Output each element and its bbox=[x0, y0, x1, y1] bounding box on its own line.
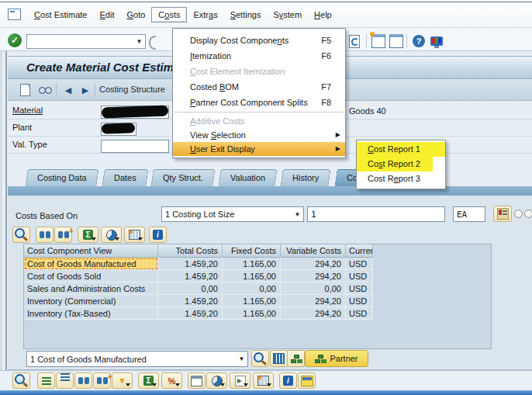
toolbar-separator bbox=[56, 83, 57, 96]
print-button[interactable] bbox=[188, 372, 206, 389]
menu-extras[interactable]: Extras bbox=[187, 8, 223, 22]
unit-field[interactable]: EA bbox=[453, 206, 485, 222]
print-preview-button[interactable] bbox=[206, 372, 227, 389]
menu-goto[interactable]: Goto bbox=[120, 8, 151, 22]
menu-item-view-selection[interactable]: View Selection ▶ bbox=[173, 128, 345, 142]
menu-settings[interactable]: Settings bbox=[224, 8, 268, 22]
hierarchy-icon bbox=[291, 355, 302, 363]
detail-button[interactable] bbox=[12, 227, 30, 243]
menu-edit[interactable]: Edit bbox=[93, 8, 120, 22]
menu-costs[interactable]: Costs bbox=[151, 7, 187, 23]
submenu-item-cost-report-1[interactable]: Cost Report 1 bbox=[357, 142, 445, 157]
percent-icon: % bbox=[168, 376, 176, 386]
menu-item-itemization[interactable]: Itemization F6 bbox=[173, 48, 345, 64]
export-button[interactable] bbox=[230, 372, 250, 389]
submenu-item-cost-report-3[interactable]: Cost Report 3 bbox=[357, 172, 445, 186]
new-session-icon[interactable] bbox=[346, 33, 363, 49]
submenu-arrow-icon: ▶ bbox=[336, 142, 340, 156]
help-icon[interactable]: ? bbox=[410, 33, 427, 49]
tab-costing-data[interactable]: Costing Data bbox=[25, 169, 98, 186]
display-detail-button[interactable] bbox=[251, 350, 269, 367]
chevron-down-icon[interactable]: ▼ bbox=[236, 355, 247, 362]
table-row[interactable]: Cost of Goods Manufactured 1.459,20 1.16… bbox=[24, 258, 491, 270]
partner-button[interactable]: Partner bbox=[305, 350, 368, 367]
table-row[interactable]: Cost of Goods Sold 1.459,20 1.165,00 294… bbox=[24, 270, 491, 282]
enter-check-icon[interactable]: ✓ bbox=[8, 33, 22, 47]
create-icon[interactable] bbox=[17, 83, 33, 97]
costs-menu-dropdown: Display Cost Components F5 Itemization F… bbox=[172, 28, 346, 158]
tab-valuation[interactable]: Valuation bbox=[219, 169, 278, 186]
find-next-button[interactable] bbox=[93, 372, 111, 389]
lot-size-qty-field[interactable]: 1 bbox=[307, 206, 445, 222]
create-session-icon[interactable] bbox=[370, 33, 387, 49]
details-button[interactable] bbox=[12, 372, 30, 389]
costing-structure-icon-button[interactable] bbox=[493, 206, 512, 222]
menu-help[interactable]: Help bbox=[308, 8, 338, 22]
submenu-arrow-icon: ▶ bbox=[336, 128, 340, 142]
column-header[interactable]: Currency bbox=[346, 244, 373, 258]
table-row[interactable]: Inventory (Commercial) 1.459,20 1.165,00… bbox=[24, 295, 491, 307]
column-header[interactable]: Total Costs bbox=[158, 244, 223, 258]
val-type-field[interactable] bbox=[101, 140, 169, 153]
submenu-item-cost-report-2[interactable]: Cost Report 2 bbox=[357, 157, 445, 172]
find-button[interactable] bbox=[74, 372, 92, 389]
info-button[interactable]: i bbox=[149, 227, 167, 243]
table-row[interactable]: Inventory (Tax-Based) 1.459,20 1.165,00 … bbox=[24, 307, 491, 320]
chevron-down-icon[interactable]: ▼ bbox=[133, 35, 145, 48]
money-icon bbox=[301, 376, 313, 386]
column-header[interactable]: Cost Component View bbox=[24, 244, 158, 258]
menu-item-partner-cost-component-splits[interactable]: Partner Cost Component Splits F8 bbox=[173, 95, 345, 110]
layout-button[interactable] bbox=[124, 227, 145, 243]
tab-qty-struct[interactable]: Qty Struct. bbox=[151, 169, 216, 186]
hierarchy-button[interactable] bbox=[287, 350, 305, 367]
magnifier-icon bbox=[254, 352, 264, 362]
sort-asc-icon bbox=[42, 377, 51, 379]
user-exit-display-submenu: Cost Report 1 Cost Report 2 Cost Report … bbox=[356, 140, 446, 189]
sort-descending-button[interactable] bbox=[56, 372, 74, 389]
menu-cost-estimate[interactable]: Cost Estimate bbox=[28, 8, 93, 22]
filter-button[interactable]: ▼ bbox=[112, 372, 133, 389]
find-button[interactable] bbox=[36, 227, 54, 243]
sum-button[interactable]: Σ bbox=[78, 227, 98, 243]
columns-icon bbox=[273, 353, 285, 364]
magnifier-icon bbox=[15, 374, 25, 384]
pie-chart-icon bbox=[212, 376, 223, 386]
previous-icon[interactable]: ◀ bbox=[60, 83, 76, 97]
val-type-label: Val. Type bbox=[12, 140, 47, 149]
printer-icon bbox=[191, 376, 202, 386]
plant-label: Plant bbox=[12, 123, 32, 132]
subtotal-button[interactable]: % bbox=[161, 372, 182, 389]
sigma-icon: Σ bbox=[83, 230, 93, 240]
costing-lot-size-combo[interactable]: 1 Costing Lot Size ▼ bbox=[161, 206, 304, 222]
find-next-button[interactable] bbox=[54, 227, 72, 243]
tab-strip: Costing Data Dates Qty Struct. Valuation… bbox=[8, 168, 532, 186]
costing-structure-toggle[interactable]: Costing Structure bbox=[99, 85, 165, 94]
shortcut-icon[interactable] bbox=[388, 33, 405, 49]
column-header[interactable]: Fixed Costs bbox=[223, 244, 281, 258]
choose-layout-button[interactable] bbox=[253, 372, 274, 389]
cost-component-table: Cost Component View Total Costs Fixed Co… bbox=[23, 244, 492, 349]
menu-bar: Cost Estimate Edit Goto Costs Extras Set… bbox=[0, 2, 532, 28]
currency-button[interactable] bbox=[298, 372, 316, 389]
command-field[interactable]: ▼ bbox=[26, 34, 146, 49]
info-button[interactable]: i bbox=[279, 372, 297, 389]
cost-view-selector[interactable]: 1 Cost of Goods Manufactured ▼ bbox=[26, 351, 248, 367]
sum-button[interactable]: Σ bbox=[138, 372, 159, 389]
itemization-button[interactable] bbox=[270, 350, 288, 367]
chevron-down-icon[interactable]: ▼ bbox=[292, 211, 303, 218]
layout-customize-icon[interactable] bbox=[428, 33, 445, 49]
sort-ascending-button[interactable] bbox=[37, 372, 55, 389]
tab-dates[interactable]: Dates bbox=[102, 169, 148, 186]
menu-item-user-exit-display[interactable]: User Exit Display ▶ bbox=[173, 142, 345, 156]
menu-item-costed-bom[interactable]: Costed BOM F7 bbox=[173, 79, 345, 95]
tab-history[interactable]: History bbox=[281, 169, 331, 186]
next-icon[interactable]: ▶ bbox=[78, 83, 93, 97]
column-header[interactable]: Variable Costs bbox=[281, 244, 346, 258]
menu-item-display-cost-components[interactable]: Display Cost Components F5 bbox=[173, 33, 345, 48]
display-glasses-icon[interactable] bbox=[37, 83, 53, 97]
menu-system[interactable]: System bbox=[267, 8, 308, 22]
sap-screen-icon[interactable] bbox=[8, 9, 21, 20]
graphic-button[interactable] bbox=[101, 227, 122, 243]
table-row[interactable]: Sales and Administration Costs 0,00 0,00… bbox=[24, 282, 491, 295]
material-label: Material bbox=[12, 106, 43, 115]
